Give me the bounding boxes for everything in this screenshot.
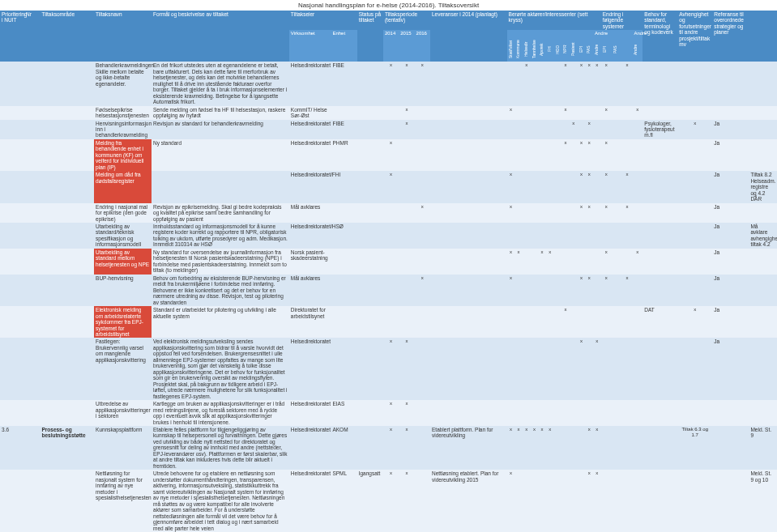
cell-nr xyxy=(24,426,40,470)
cell-actor xyxy=(570,223,578,249)
cell-avh xyxy=(677,400,712,426)
cell-actor xyxy=(538,139,546,171)
h-formal: Formål og beskrivelse av tiltaket xyxy=(152,11,289,62)
cell-endring xyxy=(632,139,643,171)
cell-actor xyxy=(593,223,601,249)
cell-actor: x xyxy=(523,426,531,470)
cell-actor xyxy=(593,203,601,223)
cell-actor xyxy=(561,400,570,426)
cell-behov xyxy=(643,338,677,400)
h-2016: 2016 xyxy=(415,30,430,62)
doc-title: Nasjonal handlingsplan for e-helse (2014… xyxy=(0,0,777,11)
cell-status xyxy=(357,400,383,426)
cell-status: Igangsatt xyxy=(357,470,383,532)
h-actor-col: NPR xyxy=(561,37,570,62)
cell-endring xyxy=(622,249,633,275)
cell-actor xyxy=(523,338,531,400)
cell-meld xyxy=(749,400,777,426)
cell-ref xyxy=(712,426,749,470)
cell-endring: x xyxy=(601,203,612,223)
cell-actor xyxy=(523,306,531,338)
cell-omrade xyxy=(40,249,94,275)
cell-behov xyxy=(643,62,677,105)
cell-endring xyxy=(622,426,633,470)
h-actor-col: Pasient xyxy=(570,37,578,62)
cell-year xyxy=(415,400,430,426)
cell-enhet xyxy=(331,249,356,275)
cell-lev: Nettløsning etablert. Plan for videreutv… xyxy=(430,470,507,532)
cell-year: x xyxy=(415,275,430,306)
cell-ref: Ja xyxy=(712,139,749,171)
cell-meld xyxy=(749,139,777,171)
cell-year xyxy=(399,275,414,306)
cell-actor xyxy=(593,171,601,202)
cell-prio xyxy=(0,139,24,171)
cell-virk: KommIT/ Helse Sør-Øst xyxy=(289,106,331,120)
cell-actor xyxy=(531,203,539,223)
table-head: Prioritering i NUIT Nr Tiltaksområde Til… xyxy=(0,11,777,62)
cell-actor xyxy=(570,106,578,120)
cell-actor: x xyxy=(561,139,570,171)
cell-actor xyxy=(570,203,578,223)
cell-lev xyxy=(430,106,507,120)
cell-endring xyxy=(601,400,612,426)
cell-year: x xyxy=(383,62,399,105)
cell-year: x xyxy=(383,171,399,202)
cell-endring xyxy=(601,223,612,249)
cell-actor xyxy=(531,400,539,426)
cell-actor xyxy=(578,106,586,120)
cell-endring xyxy=(612,338,622,400)
cell-endring: x xyxy=(632,249,643,275)
cell-actor xyxy=(514,203,523,223)
cell-endring xyxy=(612,249,622,275)
cell-endring: x xyxy=(601,275,612,306)
cell-actor: x xyxy=(578,338,586,400)
cell-year xyxy=(415,470,430,532)
cell-endring xyxy=(622,400,633,426)
cell-formal: Ved elektronisk meldingsutveksling sende… xyxy=(152,338,289,400)
cell-endring: x xyxy=(601,106,612,120)
cell-actor xyxy=(514,106,523,120)
cell-endring: x xyxy=(601,62,612,105)
cell-actor xyxy=(514,470,523,532)
cell-actor: x xyxy=(538,426,546,470)
cell-endring xyxy=(632,223,643,249)
cell-actor xyxy=(531,171,539,202)
cell-meld xyxy=(749,203,777,223)
cell-endring xyxy=(632,203,643,223)
cell-prio xyxy=(0,223,24,249)
cell-ref: Ja xyxy=(712,120,749,139)
cell-ref xyxy=(712,470,749,532)
cell-actor xyxy=(507,338,515,400)
cell-endring xyxy=(612,139,622,171)
cell-formal: Sende melding om fødsel fra HF til helse… xyxy=(152,106,289,120)
cell-actor: x xyxy=(578,203,586,223)
cell-navn: Endring i nasjonal mal for epikrise (den… xyxy=(94,203,152,223)
cell-actor: x xyxy=(593,338,601,400)
cell-nr xyxy=(24,249,40,275)
h-andre2: Andre xyxy=(632,30,643,37)
cell-formal xyxy=(152,171,289,202)
cell-endring xyxy=(612,171,622,202)
cell-actor xyxy=(546,400,554,426)
cell-actor xyxy=(561,120,570,139)
cell-year xyxy=(383,306,399,338)
cell-actor xyxy=(585,223,593,249)
cell-lev xyxy=(430,62,507,105)
cell-endring xyxy=(622,223,633,249)
cell-endring xyxy=(601,470,612,532)
cell-year: x xyxy=(399,338,414,400)
cell-actor xyxy=(514,400,523,426)
cell-enhet: FIBE xyxy=(331,62,356,105)
cell-behov xyxy=(643,249,677,275)
cell-actor xyxy=(554,338,562,400)
cell-actor xyxy=(554,400,562,426)
cell-enhet xyxy=(331,338,356,400)
cell-virk: Direktoratet for arbeidstilsynet xyxy=(289,306,331,338)
table-body: Behandlerkravmeldingen. Skille mellom be… xyxy=(0,62,777,532)
cell-omrade xyxy=(40,62,94,105)
cell-actor: x xyxy=(585,426,593,470)
cell-actor xyxy=(538,470,546,532)
cell-endring: x xyxy=(622,275,633,306)
cell-actor xyxy=(554,120,562,139)
